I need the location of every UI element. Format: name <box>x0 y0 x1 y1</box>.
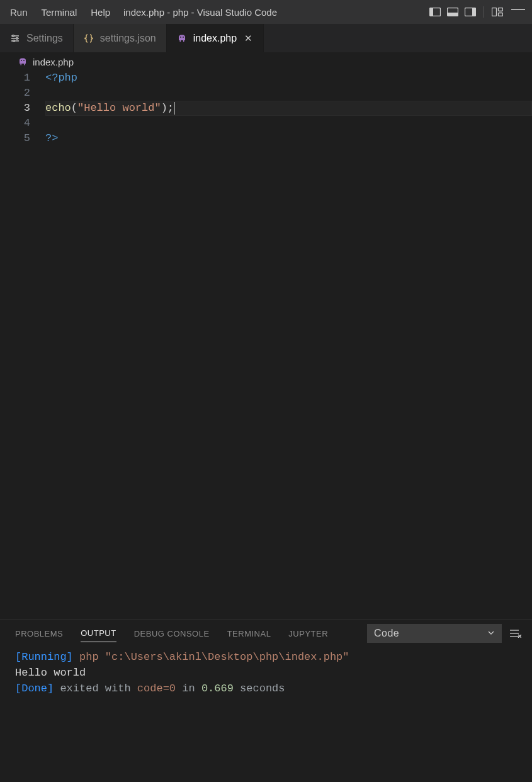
output-tag: [Done] <box>15 683 54 694</box>
layout-panel-icon[interactable] <box>446 5 460 19</box>
tab-label: settings.json <box>100 33 156 44</box>
code-line[interactable]: ?> <box>45 131 532 146</box>
separator <box>484 6 484 18</box>
php-elephant-icon <box>177 33 187 43</box>
line-number: 2 <box>0 86 30 101</box>
svg-rect-5 <box>472 8 475 16</box>
panel-tab-problems[interactable]: PROBLEMS <box>15 625 63 642</box>
tab-label: index.php <box>193 33 237 44</box>
svg-point-16 <box>183 37 184 38</box>
panel-tab-terminal[interactable]: TERMINAL <box>227 625 271 642</box>
close-icon[interactable]: ✕ <box>243 33 253 43</box>
layout-secondary-sidebar-icon[interactable] <box>463 5 477 19</box>
code-line[interactable]: <?php <box>45 71 532 86</box>
layout-primary-sidebar-icon[interactable] <box>428 5 442 19</box>
chevron-down-icon <box>487 628 495 639</box>
tab-settings[interactable]: Settings <box>0 24 74 52</box>
svg-point-13 <box>16 37 18 39</box>
output-text: exited with <box>54 683 137 694</box>
output-text: in <box>176 683 201 694</box>
svg-rect-6 <box>492 8 497 16</box>
line-number: 3 <box>0 101 30 116</box>
tab-index-php[interactable]: index.php✕ <box>167 24 264 52</box>
line-number-gutter: 12345 <box>0 71 45 620</box>
php-elephant-icon <box>18 57 28 67</box>
output-text: seconds <box>234 683 285 694</box>
window-title: index.php - php - Visual Studio Code <box>123 7 277 18</box>
line-number: 5 <box>0 131 30 146</box>
output-text: code=0 <box>137 683 176 694</box>
code-editor[interactable]: 12345 <?phpecho("Hello world");?> <box>0 71 532 620</box>
svg-rect-8 <box>499 13 503 16</box>
line-number: 4 <box>0 116 30 131</box>
minimize-button[interactable]: — <box>508 5 528 19</box>
code-line[interactable] <box>45 86 532 101</box>
svg-point-14 <box>13 40 15 42</box>
svg-rect-3 <box>448 13 458 16</box>
bottom-panel: PROBLEMSOUTPUTDEBUG CONSOLETERMINALJUPYT… <box>0 620 532 782</box>
menu-terminal[interactable]: Terminal <box>35 4 84 20</box>
svg-rect-7 <box>499 8 503 11</box>
svg-point-12 <box>13 35 14 37</box>
text-cursor <box>174 102 175 115</box>
tab-label: Settings <box>26 33 63 44</box>
panel-tabs: PROBLEMSOUTPUTDEBUG CONSOLETERMINALJUPYT… <box>0 620 532 647</box>
output-channel-select[interactable]: Code <box>367 624 502 643</box>
output-text: Hello world <box>15 667 86 679</box>
output-channel-label: Code <box>374 628 399 639</box>
customize-layout-icon[interactable] <box>490 5 504 19</box>
svg-point-18 <box>23 60 25 61</box>
line-number: 1 <box>0 71 30 86</box>
output-tag: [Running] <box>15 651 73 663</box>
svg-rect-1 <box>430 8 433 16</box>
breadcrumb[interactable]: index.php <box>0 53 532 71</box>
svg-point-15 <box>180 37 181 38</box>
code-content[interactable]: <?phpecho("Hello world");?> <box>45 71 532 620</box>
output-body[interactable]: [Running] php "c:\Users\akinl\Desktop\ph… <box>0 647 532 782</box>
settings-lines-icon <box>10 33 20 43</box>
breadcrumb-label: index.php <box>33 57 74 67</box>
code-line[interactable] <box>45 116 532 131</box>
output-text: php "c:\Users\akinl\Desktop\php\index.ph… <box>73 651 349 663</box>
tab-settings-json[interactable]: settings.json <box>74 24 167 52</box>
panel-tab-jupyter[interactable]: JUPYTER <box>288 625 328 642</box>
panel-tab-output[interactable]: OUTPUT <box>81 625 116 642</box>
braces-icon <box>84 33 94 43</box>
titlebar: RunTerminalHelp index.php - php - Visual… <box>0 0 532 24</box>
code-line[interactable]: echo("Hello world"); <box>45 101 532 116</box>
title-controls: — <box>428 5 528 19</box>
svg-point-17 <box>21 60 22 61</box>
menu-help[interactable]: Help <box>84 4 116 20</box>
output-text: 0.669 <box>201 683 234 694</box>
clear-output-icon[interactable] <box>508 626 523 641</box>
menubar: RunTerminalHelp <box>4 4 116 20</box>
menu-run[interactable]: Run <box>4 4 34 20</box>
editor-tabs: Settingssettings.jsonindex.php✕ <box>0 24 532 53</box>
panel-tab-debug-console[interactable]: DEBUG CONSOLE <box>134 625 210 642</box>
